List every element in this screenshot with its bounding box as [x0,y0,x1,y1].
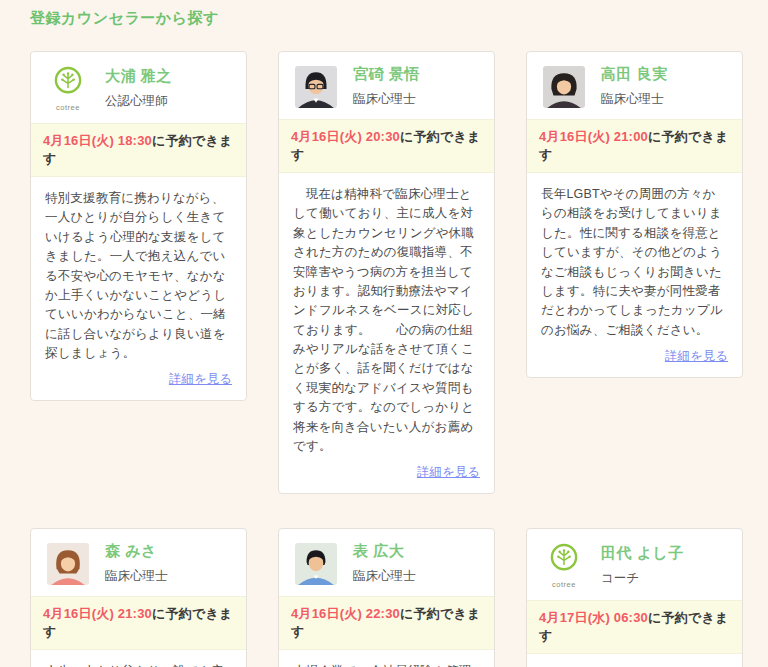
counselor-card: 表 広大 臨床心理士 4月16日(火) 22:30に予約できます 上場企業での会… [278,528,495,667]
counselor-description: 上場企業での会社員経験や管理職としてのマネジメント経験があり、一度社会に出て就業… [279,650,494,667]
availability-datetime: 4月16日(火) 18:30 [43,133,152,148]
availability-datetime: 4月17日(水) 06:30 [539,610,648,625]
counselor-name: 高田 良実 [601,65,668,84]
counselor-photo [542,66,586,108]
availability-banner: 4月16日(火) 22:30に予約できます [279,596,494,650]
availability-datetime: 4月16日(火) 22:30 [291,606,400,621]
cotree-logo-label: cotree [46,103,90,112]
card-header: 宮碕 景悟 臨床心理士 [279,52,494,119]
page-title: 登録カウンセラーから探す [30,9,743,28]
availability-banner: 4月16日(火) 18:30に予約できます [31,123,246,177]
counselor-search-page: 登録カウンセラーから探す cotree 大浦 雅之 公認心理師 [0,0,768,667]
counselor-photo [294,543,338,585]
counselor-card: 高田 良実 臨床心理士 4月16日(火) 21:00に予約できます 長年LGBT… [526,51,743,378]
cotree-logo-icon: cotree [542,542,586,589]
card-header: 高田 良実 臨床心理士 [527,52,742,119]
counselor-title: 臨床心理士 [105,568,168,585]
counselor-description: 長年LGBTやその周囲の方々からの相談をお受けしてまいりました。性に関する相談を… [527,173,742,340]
counselor-card: cotree 大浦 雅之 公認心理師 4月16日(火) 18:30に予約できます… [30,51,247,401]
counselor-description: 人生、山あり谷あり、誰でも辛い時や苦しい時はあります。そんな苦しい心のうちを話し… [31,650,246,667]
detail-link[interactable]: 詳細を見る [169,372,232,386]
counselor-photo [46,543,90,585]
counselor-card: 宮碕 景悟 臨床心理士 4月16日(火) 20:30に予約できます 現在は精神科… [278,51,495,494]
counselor-card: cotree 田代 よし子 コーチ 4月17日(水) 06:30に予約できます … [526,528,743,667]
availability-datetime: 4月16日(火) 20:30 [291,129,400,144]
availability-banner: 4月16日(火) 20:30に予約できます [279,119,494,173]
counselor-name: 田代 よし子 [601,544,684,563]
counselor-name: 森 みさ [105,542,168,561]
cotree-logo-icon: cotree [46,65,90,112]
card-header: cotree 田代 よし子 コーチ [527,529,742,600]
counselor-title: 臨床心理士 [353,568,416,585]
counselor-name: 大浦 雅之 [105,67,172,86]
availability-banner: 4月17日(水) 06:30に予約できます [527,600,742,654]
counselor-title: コーチ [601,570,684,587]
counselor-description: 特別支援教育に携わりながら、一人ひとりが自分らしく生きていけるよう心理的な支援を… [31,177,246,363]
counselor-description: コーチとしてあなたにじっくり寄り添い、思索を深めるサポートをします。 コーチング… [527,654,742,667]
card-header: 表 広大 臨床心理士 [279,529,494,596]
counselor-title: 臨床心理士 [353,91,420,108]
availability-banner: 4月16日(火) 21:30に予約できます [31,596,246,650]
counselor-title: 公認心理師 [105,93,172,110]
availability-banner: 4月16日(火) 21:00に予約できます [527,119,742,173]
counselor-name: 表 広大 [353,542,416,561]
cotree-logo-label: cotree [542,580,586,589]
detail-link[interactable]: 詳細を見る [417,465,480,479]
availability-datetime: 4月16日(火) 21:30 [43,606,152,621]
card-header: cotree 大浦 雅之 公認心理師 [31,52,246,123]
counselor-title: 臨床心理士 [601,91,668,108]
counselor-card-grid: cotree 大浦 雅之 公認心理師 4月16日(火) 18:30に予約できます… [30,51,743,667]
card-header: 森 みさ 臨床心理士 [31,529,246,596]
counselor-description: 現在は精神科で臨床心理士として働いており、主に成人を対象としたカウンセリングや休… [279,173,494,456]
availability-datetime: 4月16日(火) 21:00 [539,129,648,144]
detail-link[interactable]: 詳細を見る [665,349,728,363]
counselor-card: 森 みさ 臨床心理士 4月16日(火) 21:30に予約できます 人生、山あり谷… [30,528,247,667]
counselor-photo [294,66,338,108]
counselor-name: 宮碕 景悟 [353,65,420,84]
